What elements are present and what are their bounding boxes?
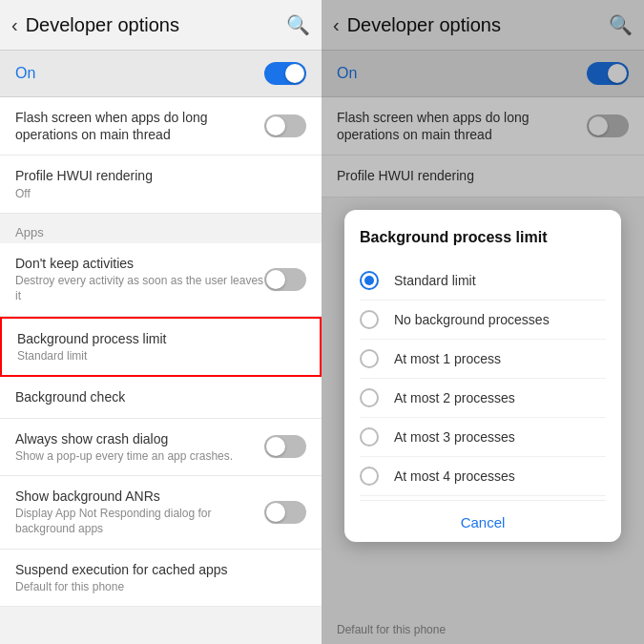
list-item[interactable]: Background check [0,377,322,418]
left-header-title: Developer options [26,14,286,36]
suspend-title: Suspend execution for cached apps [15,561,306,578]
list-item[interactable]: Suspend execution for cached apps Defaul… [0,550,322,608]
left-settings-content: Flash screen when apps do long operation… [0,97,322,644]
radio-1-label: At most 1 process [394,351,501,366]
radio-4-circle [360,467,379,486]
flash-screen-title: Flash screen when apps do long operation… [15,109,264,143]
dialog-title: Background process limit [360,229,606,246]
left-on-row: On [0,50,322,97]
radio-standard-circle [360,271,379,290]
radio-3-label: At most 3 processes [394,429,515,445]
bg-anr-toggle[interactable] [264,501,306,524]
left-on-toggle[interactable] [264,62,306,85]
left-search-icon[interactable]: 🔍 [286,13,310,36]
crash-dialog-title: Always show crash dialog [15,430,264,447]
crash-dialog-toggle[interactable] [264,435,306,458]
radio-option-4[interactable]: At most 4 processes [360,457,606,496]
right-panel: ‹ Developer options 🔍 On Flash screen wh… [322,0,644,644]
radio-option-2[interactable]: At most 2 processes [360,379,606,418]
hwui-subtitle: Off [15,187,306,202]
apps-section-header: Apps [0,214,322,243]
left-back-icon[interactable]: ‹ [11,14,18,36]
bg-anr-subtitle: Display App Not Responding dialog for ba… [15,507,264,536]
crash-dialog-subtitle: Show a pop-up every time an app crashes. [15,449,264,465]
keep-activities-title: Don't keep activities [15,255,264,272]
bg-process-subtitle: Standard limit [17,349,304,364]
hwui-title: Profile HWUI rendering [15,167,306,184]
keep-activities-subtitle: Destroy every activity as soon as the us… [15,274,264,303]
flash-screen-toggle[interactable] [264,114,306,137]
radio-1-circle [360,349,379,368]
background-process-limit-item[interactable]: Background process limit Standard limit [0,317,322,378]
list-item: Flash screen when apps do long operation… [0,97,322,156]
list-item: Don't keep activities Destroy every acti… [0,243,322,316]
list-item: Always show crash dialog Show a pop-up e… [0,419,322,477]
left-on-label: On [15,65,264,82]
radio-no-bg-label: No background processes [394,312,550,327]
bg-anr-title: Show background ANRs [15,488,264,505]
radio-no-bg-circle [360,310,379,329]
radio-option-1[interactable]: At most 1 process [360,340,606,379]
cancel-button[interactable]: Cancel [360,500,606,534]
keep-activities-toggle[interactable] [264,268,306,291]
background-process-dialog: Background process limit Standard limit … [344,210,621,542]
radio-3-circle [360,427,379,447]
radio-2-circle [360,388,379,407]
left-header: ‹ Developer options 🔍 [0,0,322,50]
radio-standard-label: Standard limit [394,273,476,288]
bg-process-title: Background process limit [17,330,304,347]
radio-2-label: At most 2 processes [394,390,515,405]
radio-option-standard[interactable]: Standard limit [360,261,606,301]
bg-check-title: Background check [15,388,306,405]
radio-4-label: At most 4 processes [394,468,515,484]
suspend-subtitle: Default for this phone [15,580,306,595]
left-panel: ‹ Developer options 🔍 On Flash screen wh… [0,0,322,644]
radio-option-no-bg[interactable]: No background processes [360,301,606,340]
list-item: Show background ANRs Display App Not Res… [0,476,322,549]
radio-option-3[interactable]: At most 3 processes [360,418,606,457]
list-item[interactable]: Profile HWUI rendering Off [0,156,322,214]
